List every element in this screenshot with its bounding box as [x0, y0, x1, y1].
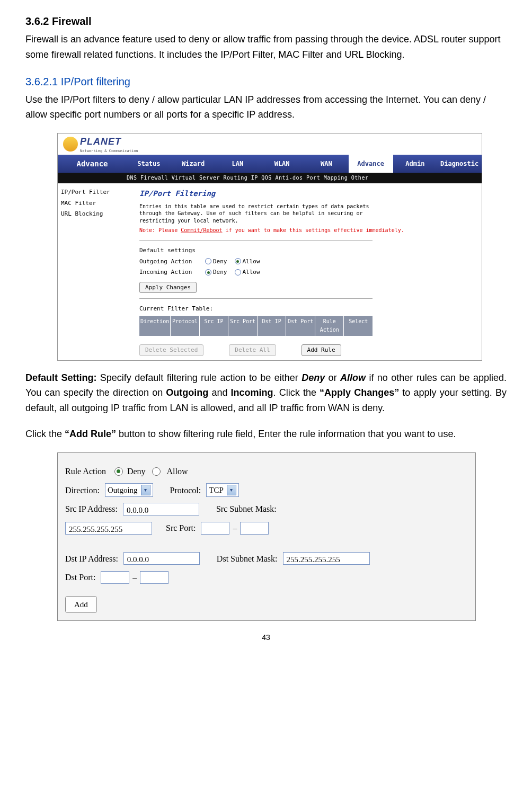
rule-allow-radio[interactable] — [152, 467, 161, 476]
planet-logo-icon — [63, 137, 78, 152]
outgoing-allow-radio[interactable]: Allow — [235, 257, 260, 266]
src-mask-label: Src Subnet Mask: — [216, 502, 277, 516]
dash-sep: – — [132, 571, 137, 584]
add-rule-para: Click the “Add Rule” button to show filt… — [25, 426, 507, 442]
main-panel: IP/Port Filtering Entries in this table … — [133, 183, 482, 360]
src-ip-line: Src IP Address: 0.0.0.0 Src Subnet Mask: — [65, 502, 468, 516]
delete-all-button[interactable]: Delete All — [229, 344, 276, 356]
incoming-row: Incoming Action Deny Allow — [139, 268, 475, 277]
src-mask-port-line: 255.255.255.255 Src Port: – — [65, 521, 468, 535]
dst-port-line: Dst Port: – — [65, 571, 468, 584]
tab-diagnostic[interactable]: Diagnostic — [437, 155, 482, 173]
section-heading: 3.6.2 Firewall — [25, 13, 507, 30]
sub-nav[interactable]: DNS Firewall Virtual Server Routing IP Q… — [58, 173, 482, 183]
router-screenshot: PLANET Networking & Communication Advanc… — [57, 133, 482, 360]
panel-title: IP/Port Filtering — [139, 188, 475, 199]
sidebar-item-ipport[interactable]: IP/Port Filter — [61, 188, 130, 197]
outgoing-row: Outgoing Action Deny Allow — [139, 257, 475, 266]
protocol-select[interactable]: TCP▾ — [206, 483, 239, 497]
dash-sep: – — [233, 521, 237, 535]
incoming-allow-radio[interactable]: Allow — [235, 268, 260, 277]
subsection-heading: 3.6.2.1 IP/Port filtering — [25, 73, 507, 90]
rule-deny-radio[interactable] — [114, 467, 123, 476]
section-para: Firewall is an advance feature used to d… — [25, 32, 507, 63]
th-select: Select — [344, 316, 373, 336]
chevron-down-icon: ▾ — [227, 485, 236, 495]
th-ruleaction: Rule Action — [315, 316, 344, 336]
rule-form-screenshot: Rule Action Deny Allow Direction: Outgoi… — [57, 452, 476, 621]
apply-changes-button[interactable]: Apply Changes — [139, 282, 197, 294]
rule-deny-text: Deny — [127, 465, 146, 478]
rule-action-label: Rule Action — [65, 465, 106, 478]
sidebar-item-mac[interactable]: MAC Filter — [61, 199, 130, 208]
table-label: Current Filter Table: — [139, 304, 475, 314]
dst-mask-label: Dst Subnet Mask: — [217, 552, 278, 566]
dst-port-label: Dst Port: — [65, 571, 95, 584]
filter-table-header: Direction Protocol Src IP Src Port Dst I… — [139, 316, 373, 336]
tab-status[interactable]: Status — [127, 155, 171, 173]
default-setting-para: Default Setting: Specify default filteri… — [25, 370, 507, 416]
tab-lan[interactable]: LAN — [216, 155, 260, 173]
th-srcport: Src Port — [228, 316, 258, 336]
panel-description: Entries in this table are used to restri… — [139, 203, 373, 225]
default-settings-label: Default settings — [139, 246, 475, 255]
src-ip-input[interactable]: 0.0.0.0 — [123, 503, 199, 515]
src-ip-label: Src IP Address: — [65, 502, 118, 516]
chevron-down-icon: ▾ — [141, 485, 150, 495]
th-direction: Direction — [139, 316, 171, 336]
add-rule-button[interactable]: Add Rule — [302, 344, 341, 356]
dst-port-from-input[interactable] — [101, 571, 129, 584]
incoming-label: Incoming Action — [139, 268, 198, 277]
logo-subtext: Networking & Communication — [80, 148, 138, 154]
src-port-from-input[interactable] — [201, 522, 229, 535]
direction-line: Direction: Outgoing▾ Protocol: TCP▾ — [65, 483, 468, 497]
logo-row: PLANET Networking & Communication — [58, 134, 482, 155]
dst-ip-input[interactable]: 0.0.0.0 — [123, 552, 200, 565]
delete-selected-button[interactable]: Delete Selected — [139, 344, 203, 356]
dst-mask-input[interactable]: 255.255.255.255 — [283, 552, 370, 565]
panel-note: Note: Please Commit/Reboot if you want t… — [139, 226, 475, 235]
commit-reboot-link[interactable]: Commit/Reboot — [181, 227, 222, 233]
add-button[interactable]: Add — [65, 596, 97, 613]
dst-ip-label: Dst IP Address: — [65, 552, 118, 566]
divider-2 — [139, 298, 373, 299]
dst-ip-line: Dst IP Address: 0.0.0.0 Dst Subnet Mask:… — [65, 552, 468, 566]
protocol-label: Protocol: — [170, 484, 201, 497]
tab-wan[interactable]: WAN — [304, 155, 349, 173]
tab-advance[interactable]: Advance — [349, 155, 393, 173]
page-number: 43 — [25, 632, 507, 643]
th-srcip: Src IP — [200, 316, 229, 336]
th-dstip: Dst IP — [258, 316, 287, 336]
sidebar: IP/Port Filter MAC Filter URL Blocking — [58, 183, 133, 360]
src-port-label: Src Port: — [166, 521, 196, 535]
incoming-deny-radio[interactable]: Deny — [205, 268, 227, 277]
direction-select[interactable]: Outgoing▾ — [105, 483, 153, 497]
rule-allow-text: Allow — [167, 465, 188, 478]
src-mask-input[interactable]: 255.255.255.255 — [65, 522, 152, 535]
divider — [139, 240, 373, 241]
outgoing-label: Outgoing Action — [139, 257, 198, 266]
th-dstport: Dst Port — [286, 316, 315, 336]
subsection-para: Use the IP/Port filters to deny / allow … — [25, 92, 507, 123]
th-protocol: Protocol — [171, 316, 200, 336]
src-port-to-input[interactable] — [240, 522, 269, 535]
outgoing-deny-radio[interactable]: Deny — [205, 257, 227, 266]
tab-admin[interactable]: Admin — [393, 155, 438, 173]
tab-wizard[interactable]: Wizard — [171, 155, 216, 173]
logo-text: PLANET — [80, 134, 138, 149]
main-nav: Advance Status Wizard LAN WLAN WAN Advan… — [58, 155, 482, 173]
direction-label: Direction: — [65, 484, 100, 497]
sidebar-item-url[interactable]: URL Blocking — [61, 209, 130, 219]
tab-wlan[interactable]: WLAN — [260, 155, 304, 173]
nav-section-title: Advance — [58, 155, 127, 173]
rule-action-line: Rule Action Deny Allow — [65, 465, 468, 478]
dst-port-to-input[interactable] — [140, 571, 169, 584]
